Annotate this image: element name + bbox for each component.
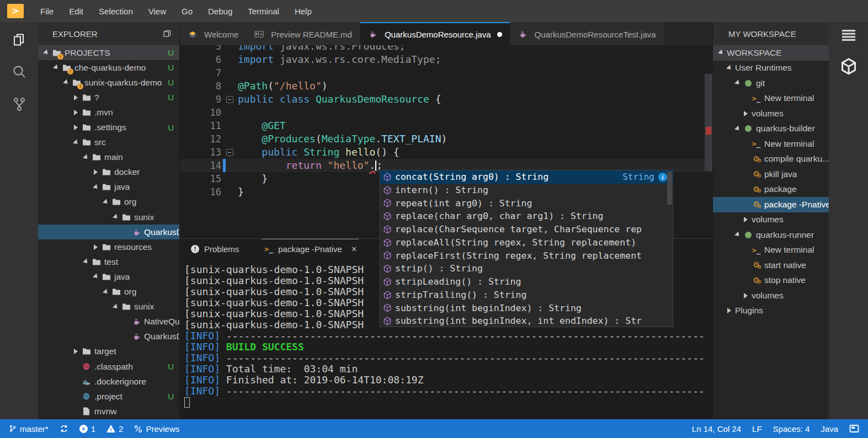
expand-arrow[interactable]: [112, 213, 119, 221]
workspace-item-volumes[interactable]: volumes: [713, 212, 829, 228]
explorer-item-sunix[interactable]: sunix: [38, 300, 179, 314]
menu-help[interactable]: Help: [287, 7, 319, 16]
workspace-cube-icon[interactable]: [840, 57, 858, 76]
explorer-item-mvn[interactable]: .mvn: [38, 105, 179, 120]
expand-arrow[interactable]: [102, 289, 109, 296]
explorer-item-src[interactable]: src: [38, 135, 179, 150]
status-master[interactable]: master*: [9, 424, 49, 434]
expand-arrow[interactable]: [734, 125, 741, 132]
explorer-item-java[interactable]: java: [38, 180, 179, 195]
explorer-item-mvnw[interactable]: mvnw: [38, 404, 179, 419]
workspace-item-quarkus-runner[interactable]: quarkus-runner: [713, 227, 829, 243]
overview-ruler[interactable]: [705, 45, 712, 238]
tab-quarkusdemoresourcetest-java[interactable]: QuarkusDemoResourceTest.java: [510, 22, 664, 45]
explorer-item-docker[interactable]: docker: [38, 165, 179, 180]
workspace-item-quarkus-builder[interactable]: quarkus-builder: [713, 121, 829, 137]
open-editors-icon[interactable]: [163, 29, 172, 38]
workspace-item-start-native[interactable]: ⚙start native: [713, 258, 829, 273]
explorer-item-item[interactable]: ?U: [38, 90, 179, 105]
workspace-item-volumes[interactable]: volumes: [713, 288, 829, 303]
tab-quarkusdemoresource-java[interactable]: QuarkusDemoResource.java: [360, 22, 510, 45]
fold-icon[interactable]: −: [226, 149, 233, 156]
suggest-item-replace[interactable]: replace(CharSequence target, CharSequenc…: [380, 223, 673, 236]
workspace-item-user-runtimes[interactable]: User Runtimes: [713, 61, 829, 76]
expand-arrow[interactable]: [82, 154, 89, 161]
expand-arrow[interactable]: [92, 169, 99, 176]
fold-icon[interactable]: −: [226, 96, 233, 103]
scrollbar-thumb[interactable]: [705, 74, 712, 171]
explorer-item-resources[interactable]: resources: [38, 239, 179, 254]
explorer-item-project[interactable]: .projectU: [38, 389, 179, 404]
explorer-item-projects[interactable]: !PROJECTSU: [38, 45, 179, 60]
explorer-item-main[interactable]: main: [38, 150, 179, 165]
explorer-item-classpath[interactable]: .classpathU: [38, 359, 179, 374]
expand-arrow[interactable]: [72, 109, 79, 116]
workspace-item-workspace[interactable]: WORKSPACE: [713, 45, 829, 61]
explorer-item-nativequarkus[interactable]: NativeQuarkus...: [38, 314, 179, 329]
menu-file[interactable]: File: [33, 7, 61, 16]
expand-arrow[interactable]: [42, 49, 50, 56]
tab-problems[interactable]: ! Problems: [189, 239, 241, 259]
suggest-item-stripleading[interactable]: stripLeading() : String: [380, 275, 673, 289]
expand-arrow[interactable]: [82, 258, 89, 265]
tab-welcome[interactable]: Welcome: [180, 22, 247, 45]
explorer-item-target[interactable]: target: [38, 344, 179, 359]
menu-debug[interactable]: Debug: [200, 7, 240, 16]
expand-arrow[interactable]: [92, 184, 99, 191]
fold-margin[interactable]: −: [221, 149, 238, 156]
close-icon[interactable]: ×: [352, 244, 356, 254]
expand-arrow[interactable]: [72, 348, 79, 355]
workspace-item-plugins[interactable]: Plugins: [713, 303, 829, 319]
workspace-item-volumes[interactable]: volumes: [713, 106, 829, 121]
expand-arrow[interactable]: [742, 216, 749, 223]
suggest-item-replaceall[interactable]: replaceAll(String regex, String replacem…: [380, 236, 673, 249]
explorer-item-org[interactable]: org: [38, 285, 179, 300]
workspace-list-icon[interactable]: [842, 30, 855, 41]
suggest-item-substring[interactable]: substring(int beginIndex) : String: [380, 302, 673, 315]
workspace-item-pkill-java[interactable]: ⚙pkill java: [713, 167, 829, 182]
fold-margin[interactable]: −: [221, 96, 238, 103]
workspace-item-stop-native[interactable]: ⚙stop native: [713, 273, 829, 289]
expand-arrow[interactable]: [112, 303, 119, 311]
suggest-item-substring[interactable]: substring(int beginIndex, int endIndex) …: [380, 314, 673, 327]
status-spaces-4[interactable]: Spaces: 4: [773, 424, 810, 434]
expand-arrow[interactable]: [62, 79, 70, 86]
tab-preview-readme-md[interactable]: Preview README.md: [247, 22, 360, 45]
search-icon[interactable]: [11, 64, 28, 81]
menu-edit[interactable]: Edit: [61, 7, 91, 16]
explorer-item-sunix-quarkus-demo[interactable]: !sunix-quarkus-demoU: [38, 75, 179, 90]
explorer-item-che-quarkus-demo[interactable]: !che-quarkus-demoU: [38, 60, 179, 75]
tab-terminal-package-pnative[interactable]: > package -Pnative ×: [262, 239, 359, 259]
explorer-item-settings[interactable]: .settingsU: [38, 120, 179, 135]
popup-scrollbar[interactable]: [667, 172, 672, 205]
explorer-item-java[interactable]: java: [38, 269, 179, 284]
source-control-icon[interactable]: [12, 96, 27, 113]
expand-arrow[interactable]: [92, 243, 99, 250]
expand-arrow[interactable]: [717, 49, 725, 56]
status-sync[interactable]: [60, 424, 68, 433]
explorer-item-quarkusdemo[interactable]: QuarkusDemo...: [38, 329, 179, 344]
expand-arrow[interactable]: [72, 139, 79, 146]
expand-arrow[interactable]: [52, 64, 60, 71]
expand-arrow[interactable]: [92, 273, 99, 280]
workspace-item-new-terminal[interactable]: >New terminal: [713, 136, 829, 152]
status-1[interactable]: ×1: [79, 424, 95, 434]
workspace-item-git[interactable]: git: [713, 76, 829, 91]
suggest-item-concat[interactable]: concat(String arg0) : StringStringi: [380, 170, 673, 184]
che-logo-icon[interactable]: >: [7, 4, 24, 18]
explorer-item-test[interactable]: test: [38, 254, 179, 269]
explorer-item-sunix[interactable]: sunix: [38, 210, 179, 225]
workspace-item-new-terminal[interactable]: >New terminal: [713, 243, 829, 258]
status-previews[interactable]: Previews: [134, 424, 179, 434]
expand-arrow[interactable]: [734, 231, 741, 238]
expand-arrow[interactable]: [734, 79, 741, 87]
suggest-item-repeat[interactable]: repeat(int arg0) : String: [380, 197, 673, 210]
files-icon[interactable]: [11, 31, 28, 49]
suggest-item-strip[interactable]: strip() : String: [380, 262, 673, 275]
workspace-item-compile-quarku[interactable]: ⚙compile quarku...: [713, 152, 829, 167]
suggest-item-intern[interactable]: intern() : String: [380, 184, 673, 197]
suggest-item-replacefirst[interactable]: replaceFirst(String regex, String replac…: [380, 249, 673, 263]
workspace-item-package-pnative[interactable]: ⚙package -Pnative: [713, 197, 829, 212]
menu-selection[interactable]: Selection: [91, 7, 141, 16]
status-lf[interactable]: LF: [752, 424, 762, 434]
